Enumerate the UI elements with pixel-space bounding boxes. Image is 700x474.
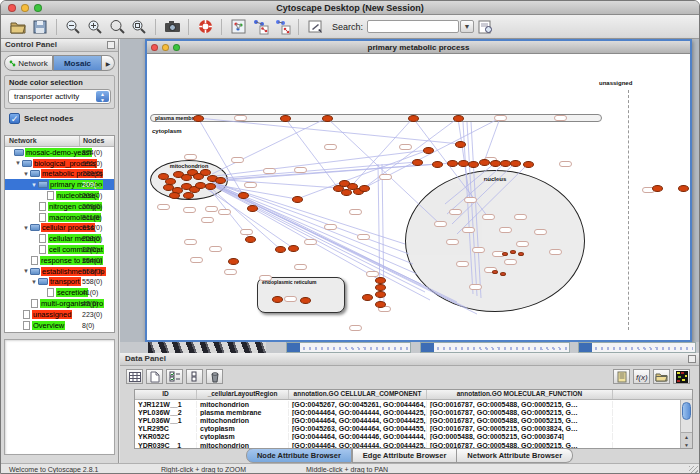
gene-node[interactable] — [453, 115, 464, 122]
network-window-titlebar[interactable]: primary metabolic process — [147, 41, 690, 54]
gene-label-node[interactable] — [190, 257, 203, 263]
select-attributes-icon[interactable] — [126, 369, 143, 384]
gene-label-node[interactable] — [462, 227, 475, 233]
disclosure-triangle-icon[interactable]: ▼ — [31, 182, 38, 188]
gene-label-node[interactable] — [349, 209, 362, 215]
tree-row[interactable]: mosaic-demo-yeast874(0) — [5, 147, 114, 158]
help-lifesaver-icon[interactable] — [195, 18, 215, 36]
node-color-dropdown[interactable]: transporter activity ▲▼ — [8, 89, 111, 104]
gene-node[interactable] — [359, 185, 370, 192]
gene-label-node[interactable] — [184, 239, 197, 245]
gene-label-node[interactable] — [259, 275, 272, 281]
gene-node[interactable] — [238, 192, 249, 199]
tree-column-nodes[interactable]: Nodes — [83, 137, 104, 144]
gene-label-node[interactable] — [499, 227, 512, 233]
gene-node[interactable] — [652, 185, 663, 192]
tree-row[interactable]: cellular metabo209(0) — [5, 233, 114, 244]
zoom-in-icon[interactable] — [85, 18, 105, 36]
gene-node[interactable] — [215, 177, 226, 184]
gene-node[interactable] — [432, 161, 443, 168]
gene-label-node[interactable] — [349, 325, 362, 331]
save-session-icon[interactable] — [30, 18, 50, 36]
search-input[interactable] — [367, 20, 459, 33]
gene-label-node[interactable] — [379, 174, 392, 180]
float-data-panel-icon[interactable] — [688, 355, 696, 363]
gene-label-node[interactable] — [554, 115, 567, 121]
tree-row[interactable]: ▼transport558(0) — [5, 277, 114, 288]
gene-node[interactable] — [408, 115, 419, 122]
gene-label-node[interactable] — [231, 157, 244, 163]
gene-label-node[interactable] — [209, 246, 222, 252]
gene-label-node[interactable] — [534, 229, 547, 235]
gene-label-node[interactable] — [294, 264, 307, 270]
gene-label-node[interactable] — [472, 247, 485, 253]
scrollbar-arrows[interactable]: ▲▼ — [681, 432, 692, 448]
column-cellular-component[interactable]: annotation.GO CELLULAR_COMPONENT — [289, 390, 427, 399]
more-tabs-icon[interactable]: ▶ — [102, 55, 115, 71]
search-dropdown-icon[interactable]: ▼ — [460, 20, 474, 33]
gene-label-node[interactable] — [263, 168, 276, 174]
gene-node[interactable] — [523, 161, 534, 168]
gene-label-node[interactable] — [446, 239, 459, 245]
tree-row[interactable]: unassigned223(0) — [5, 309, 114, 320]
resize-grip[interactable] — [689, 466, 698, 474]
gene-label-node[interactable] — [201, 217, 214, 223]
gene-node[interactable] — [228, 258, 239, 265]
gene-node[interactable] — [468, 161, 479, 168]
import-attributes-icon[interactable] — [613, 369, 630, 384]
tab-network-attribute-browser[interactable]: Network Attribute Browser — [457, 448, 573, 463]
attribute-checklist-icon[interactable] — [166, 369, 183, 384]
gene-node-small[interactable] — [502, 252, 508, 256]
open-file-icon[interactable] — [8, 18, 28, 36]
gene-label-node[interactable] — [504, 259, 517, 265]
tree-row[interactable]: macromolecule311(0) — [5, 212, 114, 223]
gene-label-node[interactable] — [240, 229, 253, 235]
select-nodes-checkbox[interactable]: ✓ — [9, 113, 20, 124]
gene-label-node[interactable] — [449, 209, 462, 215]
tree-column-network[interactable]: Network — [9, 137, 37, 144]
gene-label-node[interactable] — [284, 296, 297, 302]
background-window-fragment[interactable] — [148, 342, 266, 353]
tree-row[interactable]: ▼biological_process651(0) — [5, 158, 114, 169]
gene-label-node[interactable] — [218, 209, 231, 215]
tree-row[interactable]: cell communicat22(0) — [5, 244, 114, 255]
gene-node[interactable] — [455, 141, 466, 148]
background-window-fragment[interactable] — [420, 342, 570, 353]
gene-label-node[interactable] — [205, 206, 218, 212]
gene-label-node[interactable] — [399, 144, 412, 150]
tab-network[interactable]: Network — [4, 55, 53, 71]
gene-label-node[interactable] — [366, 271, 379, 277]
gene-node[interactable] — [412, 159, 423, 166]
disclosure-triangle-icon[interactable]: ▼ — [23, 225, 30, 231]
table-row[interactable]: YKR052Ccytoplasm[GO:0044464, GO:0044446,… — [135, 433, 692, 441]
gene-node[interactable] — [339, 180, 350, 187]
gene-node[interactable] — [458, 160, 469, 167]
tree-row[interactable]: Overview8(0) — [5, 320, 114, 331]
delete-attribute-icon[interactable] — [206, 369, 223, 384]
gene-label-node[interactable] — [234, 115, 247, 121]
gene-node[interactable] — [193, 115, 204, 122]
gene-node[interactable] — [245, 236, 256, 243]
scrollbar-thumb[interactable] — [682, 402, 691, 420]
import-network-icon[interactable] — [272, 18, 292, 36]
gene-label-node[interactable] — [456, 261, 469, 267]
gene-node[interactable] — [272, 296, 283, 303]
column-id[interactable]: ID — [135, 390, 197, 399]
table-scrollbar[interactable]: ▲▼ — [680, 400, 692, 448]
gene-node[interactable] — [375, 301, 386, 308]
gene-label-node[interactable] — [516, 241, 529, 247]
disclosure-triangle-icon[interactable]: ▼ — [15, 160, 22, 166]
gene-label-node[interactable] — [183, 207, 196, 213]
tree-row[interactable]: ▼primary metabo209(... — [5, 179, 114, 190]
gene-node[interactable] — [375, 284, 386, 291]
tree-row[interactable]: multi-organism pro42(0) — [5, 298, 114, 309]
gene-label-node[interactable] — [514, 214, 527, 220]
gene-label-node[interactable] — [559, 161, 572, 167]
gene-label-node[interactable] — [157, 204, 170, 210]
gene-node[interactable] — [479, 159, 490, 166]
gene-node-small[interactable] — [492, 270, 498, 274]
annotation-icon[interactable] — [305, 18, 325, 36]
gene-node[interactable] — [447, 160, 458, 167]
gene-node[interactable] — [280, 115, 291, 122]
attribute-pair-icon[interactable] — [186, 369, 203, 384]
